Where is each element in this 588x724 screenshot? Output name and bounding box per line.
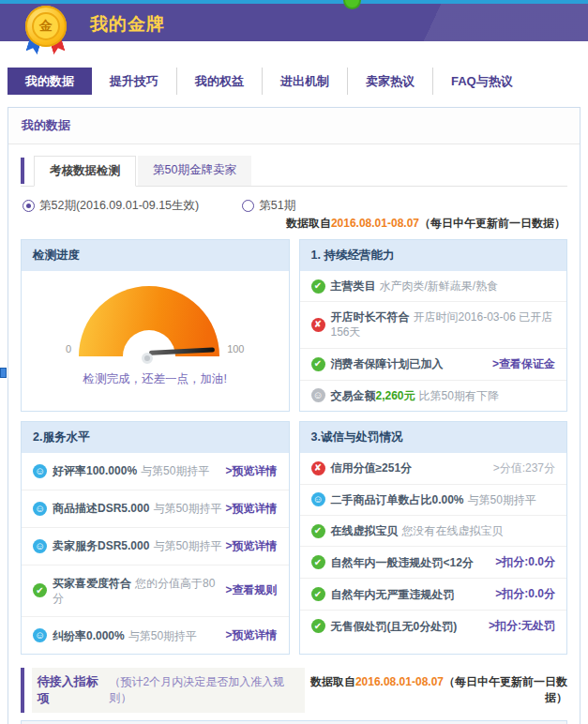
preview-detail-link[interactable]: >预览详情 [225, 538, 277, 554]
panel3-row-credit-score: ✘ 信用分值≥251分 >分值:237分 [300, 453, 567, 485]
row-label: 商品描述DSR5.000 [53, 502, 149, 515]
panel3-row-counterfeit: ✔ 无售假处罚(且无0分处罚) >扣分:无处罚 [300, 611, 567, 641]
gauge-min-label: 0 [66, 343, 71, 356]
preview-detail-link[interactable]: >预览详情 [225, 463, 277, 479]
tab-my-data[interactable]: 我的数据 [8, 68, 92, 95]
smiley-icon: ☺ [311, 492, 325, 506]
tab-faq[interactable]: FAQ与热议 [432, 68, 531, 95]
deduction-link[interactable]: >扣分:无处罚 [489, 618, 555, 634]
check-icon: ✔ [311, 587, 325, 601]
side-feedback-tab[interactable] [0, 368, 7, 378]
row-label: 交易金额 [331, 389, 376, 402]
smiley-icon: ☺ [33, 628, 47, 642]
smiley-icon: ☺ [33, 464, 47, 478]
radio-period-51[interactable]: 第51期 [242, 198, 295, 214]
panel2-title: 2.服务水平 [22, 422, 289, 453]
smiley-icon: ☺ [33, 539, 47, 553]
row-label: 信用分值≥251分 [331, 461, 413, 475]
preview-detail-link[interactable]: >预览详情 [225, 627, 277, 643]
row-label: 消费者保障计划已加入 [331, 357, 444, 370]
progress-gauge: 0 100 检测完成，还差一点，加油! [22, 271, 289, 397]
row-label: 开店时长不符合 [331, 310, 410, 324]
subtab-assessment-data[interactable]: 考核数据检测 [34, 156, 136, 187]
cross-icon: ✘ [311, 318, 325, 332]
panel3-row-secondhand-ratio: ☺ 二手商品订单数占比0.00%与第50期持平 [300, 485, 567, 516]
col-indicator-name: 指标名称 [22, 721, 142, 724]
gauge-max-label: 100 [227, 343, 244, 356]
tab-seller-discussion[interactable]: 卖家热议 [347, 68, 432, 95]
row-label: 在线虚拟宝贝 [331, 524, 399, 537]
note-date: 2016.08.01-08.07 [331, 217, 419, 230]
pending-subtitle: （预计2个月内决定是否加入准入规则） [110, 674, 294, 706]
main-content-box: 我的数据 考核数据检测 第50期金牌卖家 第52期(2016.09.01-09.… [8, 107, 580, 724]
row-label: 买家喜爱度符合 [53, 577, 131, 590]
check-icon: ✔ [311, 524, 325, 538]
section-title: 我的数据 [8, 108, 580, 144]
gauge-pivot [142, 353, 153, 364]
panel-progress-title: 检测进度 [22, 240, 289, 271]
col-current-status: 卖家当前状态 [310, 721, 403, 724]
panel2-row-positive-rate: ☺ 好评率100.000%与第50期持平 >预览详情 [22, 453, 289, 490]
row-label: 二手商品订单数占比0.00% [331, 493, 464, 506]
check-icon: ✔ [311, 357, 325, 371]
panel1-row-main-category: ✔ 主营类目水产肉类/新鲜蔬果/熟食 [300, 271, 567, 302]
gauge-caption: 检测完成，还差一点，加油! [83, 371, 227, 387]
panel1-row-shop-age: ✘ 开店时长不符合开店时间2016-03-06 已开店156天 [300, 302, 567, 348]
check-icon: ✔ [311, 619, 325, 633]
neutral-face-icon: ☺ [311, 388, 325, 402]
tab-improve-skills[interactable]: 提升技巧 [92, 68, 176, 95]
nav-tabs: 我的数据 提升技巧 我的权益 进出机制 卖家热议 FAQ与热议 [8, 68, 588, 95]
view-deposit-link[interactable]: >查看保证金 [492, 356, 555, 372]
panel2-row-buyer-favor: ✔ 买家喜爱度符合您的分值高于80分 >查看规则 [22, 566, 289, 617]
radio-period-52[interactable]: 第52期(2016.09.01-09.15生效) [23, 198, 199, 214]
row-label: 自然年内无严重违规处罚 [331, 588, 455, 601]
radio-selected-icon[interactable] [23, 200, 35, 212]
preview-detail-link[interactable]: >预览详情 [225, 501, 277, 517]
row-detail: 与第50期持平 [128, 629, 197, 642]
deduction-link[interactable]: >扣分:0.0分 [495, 554, 555, 570]
radio-period-52-label: 第52期(2016.09.01-09.15生效) [39, 198, 199, 214]
panel1-row-consumer-protection: ✔ 消费者保障计划已加入 >查看保证金 [300, 349, 567, 381]
panel2-row-dispute-rate: ☺ 纠纷率0.000%与第50期持平 >预览详情 [22, 617, 289, 654]
col-expected-level: 期望水平 [142, 721, 310, 724]
note-date: 2016.08.01-08.07 [355, 675, 444, 688]
note-prefix: 数据取自 [286, 217, 331, 230]
data-source-note: 数据取自2016.08.01-08.07（每日中午更新前一日数据） [305, 674, 567, 706]
row-label: 好评率100.000% [53, 464, 137, 477]
tab-entry-exit-rules[interactable]: 进出机制 [262, 68, 347, 95]
check-icon: ✔ [311, 555, 325, 569]
panel3-row-general-violation: ✔ 自然年内一般违规处罚<12分 >扣分:0.0分 [300, 547, 567, 579]
panel3-row-virtual-items: ✔ 在线虚拟宝贝您没有在线虚拟宝贝 [300, 516, 567, 547]
row-label: 自然年内一般违规处罚<12分 [331, 556, 474, 569]
row-detail: 与第50期持平 [153, 539, 221, 552]
view-rules-link[interactable]: >查看规则 [225, 582, 277, 598]
subtab-period50-sellers[interactable]: 第50期金牌卖家 [138, 156, 251, 186]
panel3-title: 3.诚信与处罚情况 [300, 422, 567, 453]
page-title: 我的金牌 [90, 12, 165, 37]
row-label: 卖家服务DSR5.000 [53, 539, 149, 552]
panel1-row-transaction-amount: ☺ 交易金额2,260元比第50期有下降 [300, 381, 567, 411]
medal-gold-character: 金 [32, 12, 60, 40]
panel-service-level: 2.服务水平 ☺ 好评率100.000%与第50期持平 >预览详情 ☺ 商品描述… [21, 421, 290, 655]
gauge-arc [79, 286, 219, 356]
panel-integrity-penalty: 3.诚信与处罚情况 ✘ 信用分值≥251分 >分值:237分 ☺ 二手商品订单数… [299, 421, 568, 655]
gold-medal-icon: 金 [19, 6, 73, 54]
tab-my-benefits[interactable]: 我的权益 [176, 68, 262, 95]
deduction-link[interactable]: >扣分:0.0分 [495, 586, 555, 602]
note-suffix: （每日中午更新前一日数据） [444, 675, 567, 704]
radio-unselected-icon[interactable] [242, 200, 254, 212]
row-label: 无售假处罚(且无0分处罚) [331, 620, 458, 633]
page-header: 我的金牌 [0, 4, 588, 41]
panel3-row-serious-violation: ✔ 自然年内无严重违规处罚 >扣分:0.0分 [300, 579, 567, 611]
smiley-icon: ☺ [33, 502, 47, 516]
row-detail: 您没有在线虚拟宝贝 [402, 524, 504, 537]
row-value: 2,260元 [376, 389, 415, 402]
accent-bar [21, 158, 24, 184]
pending-title: 待接入指标项 [38, 673, 106, 707]
row-detail: 与第50期持平 [153, 502, 221, 515]
pending-indicators-table: 指标名称 期望水平 卖家当前状态 备注 24发货速度 平均发货时长≤24小时 2… [21, 720, 567, 724]
row-detail: 比第50期有下降 [419, 389, 499, 402]
sub-tabs: 考核数据检测 第50期金牌卖家 [21, 156, 567, 187]
row-detail: 水产肉类/新鲜蔬果/熟食 [380, 279, 499, 293]
row-label: 主营类目 [331, 279, 376, 293]
